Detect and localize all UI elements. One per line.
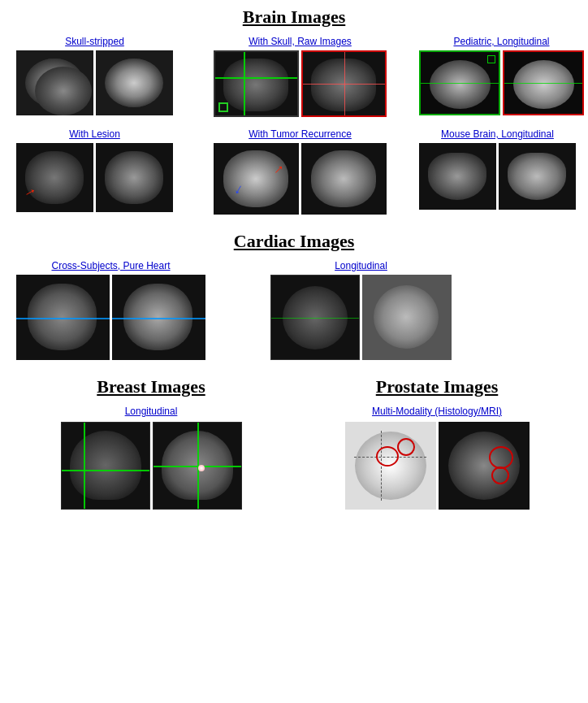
pediatric-img-2[interactable]	[503, 50, 584, 115]
with-lesion-item: With Lesion →	[16, 128, 173, 215]
breast-title: Breast Images	[97, 376, 205, 397]
with-tumor-link[interactable]: With Tumor Recurrence	[249, 128, 352, 140]
bottom-sections: Breast Images Longitudinal Prostat	[8, 376, 580, 510]
cross-subjects-img-2[interactable]	[112, 275, 205, 360]
pediatric-item: Pediatric, Longitudinal	[419, 36, 584, 117]
cardiac-longitudinal-link[interactable]: Longitudinal	[335, 260, 387, 271]
with-skull-img-2[interactable]	[301, 50, 387, 117]
with-tumor-img-2[interactable]	[301, 143, 387, 215]
brain-row-1: Skull-stripped With Skull, Raw Images	[8, 36, 580, 117]
page-container: Brain Images Skull-stripped With Skull, …	[0, 0, 588, 516]
cross-subjects-item: Cross-Subjects, Pure Heart	[16, 260, 205, 360]
mouse-brain-img-1[interactable]	[419, 143, 496, 210]
prostate-title: Prostate Images	[376, 376, 499, 397]
cross-subjects-img-1[interactable]	[16, 275, 110, 360]
with-lesion-img-1[interactable]: →	[16, 143, 93, 212]
mouse-brain-link[interactable]: Mouse Brain, Longitudinal	[441, 128, 554, 140]
prostate-histology-img[interactable]	[345, 422, 436, 510]
brain-section: Brain Images Skull-stripped With Skull, …	[8, 7, 580, 215]
cardiac-section: Cardiac Images Cross-Subjects, Pure Hear…	[8, 231, 580, 360]
cardiac-title: Cardiac Images	[8, 231, 580, 252]
pediatric-img-1[interactable]	[419, 50, 500, 115]
brain-title: Brain Images	[8, 7, 580, 28]
mouse-brain-img-2[interactable]	[499, 143, 576, 210]
prostate-multimodality-link[interactable]: Multi-Modality (Histology/MRI)	[372, 406, 502, 417]
skull-stripped-img-2[interactable]	[96, 50, 173, 115]
pediatric-images	[419, 50, 584, 115]
cross-subjects-images	[16, 275, 205, 360]
cardiac-longitudinal-item: Longitudinal	[270, 260, 452, 360]
with-skull-images	[214, 50, 387, 117]
breast-img-2[interactable]	[153, 422, 242, 510]
with-lesion-img-2[interactable]	[96, 143, 173, 212]
cardiac-row-1: Cross-Subjects, Pure Heart Longitudinal	[8, 260, 580, 360]
pediatric-link[interactable]: Pediatric, Longitudinal	[453, 36, 549, 47]
with-tumor-images: → →	[214, 143, 387, 215]
skull-stripped-link[interactable]: Skull-stripped	[65, 36, 124, 47]
prostate-section: Prostate Images Multi-Modality (Histolog…	[300, 376, 574, 510]
breast-images	[61, 422, 242, 510]
with-tumor-item: With Tumor Recurrence → →	[214, 128, 387, 215]
prostate-mri-img[interactable]	[439, 422, 530, 510]
mouse-brain-item: Mouse Brain, Longitudinal	[419, 128, 576, 215]
cardiac-long-img-2[interactable]	[362, 275, 452, 360]
with-lesion-images: →	[16, 143, 173, 212]
mouse-brain-images	[419, 143, 576, 210]
with-lesion-link[interactable]: With Lesion	[69, 128, 120, 140]
cardiac-long-img-1[interactable]	[270, 275, 360, 360]
skull-stripped-item: Skull-stripped	[16, 36, 173, 117]
skull-stripped-images	[16, 50, 173, 115]
breast-section: Breast Images Longitudinal	[14, 376, 288, 510]
with-skull-item: With Skull, Raw Images	[214, 36, 387, 117]
with-skull-link[interactable]: With Skull, Raw Images	[249, 36, 352, 47]
breast-img-1[interactable]	[61, 422, 150, 510]
breast-longitudinal-link[interactable]: Longitudinal	[125, 406, 178, 417]
cross-subjects-link[interactable]: Cross-Subjects, Pure Heart	[51, 260, 170, 271]
prostate-images	[345, 422, 530, 510]
with-skull-img-1[interactable]	[214, 50, 299, 117]
skull-stripped-img-1[interactable]	[16, 50, 93, 115]
cardiac-longitudinal-images	[270, 275, 452, 360]
brain-row-2: With Lesion → With Tumor Recurrence	[8, 128, 580, 215]
with-tumor-img-1[interactable]: → →	[214, 143, 299, 215]
